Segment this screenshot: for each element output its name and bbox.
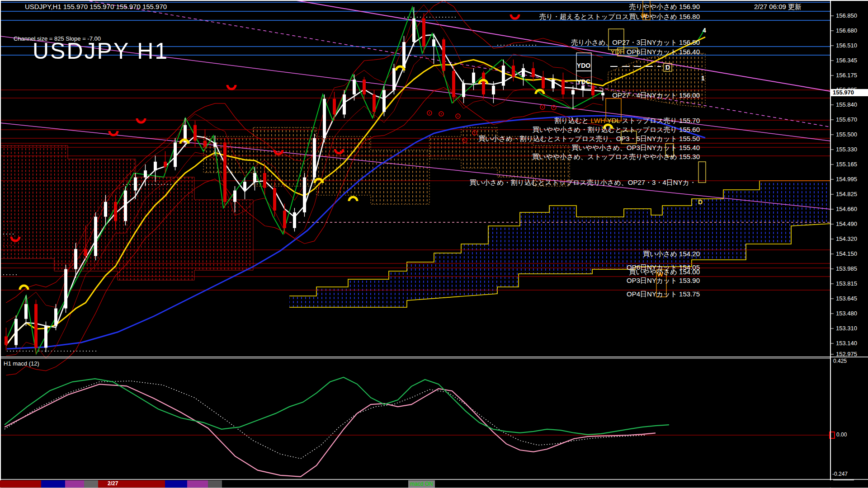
candle-bull	[213, 142, 217, 147]
price-axis-label: 155.165	[836, 161, 857, 168]
macd-axis-max: 0.425	[833, 358, 847, 364]
candle-bear	[422, 19, 425, 47]
level-annotation: 買い小さめ・割り込むとストップロス売り、OP3・5日NYカット 155.50	[478, 135, 700, 142]
candle-bear	[203, 141, 207, 147]
price-axis-label: 154.995	[836, 176, 857, 183]
level-annotation: 売り小さめ、OP27・3日NYカット 156.50	[571, 38, 700, 46]
price-axis-label: 155.840	[836, 101, 857, 108]
level-annotation: 買いやや小さめ、ストップロス売りやや小さめ 155.30	[532, 153, 700, 160]
candle-bull	[14, 319, 18, 345]
candle-bull	[392, 68, 396, 90]
level-annotation: OP3日NYカット 153.90	[627, 277, 700, 284]
candle-bear	[452, 71, 455, 97]
price-axis-label: 155.670	[836, 116, 857, 123]
candle-bull	[382, 90, 386, 112]
level-annotation: 売りやや小さめ 156.90	[629, 3, 700, 10]
level-annotation: 売り・超えるとストップロス買いやや小さめ 156.80	[539, 13, 700, 20]
level-annotation: 買いやや小さめ、OP3日NYカット 155.40	[571, 144, 700, 151]
price-axis-label: 153.815	[836, 280, 857, 287]
candle-bull	[104, 202, 107, 217]
candle-bull	[144, 170, 147, 177]
red-circle-dot	[474, 132, 475, 133]
candle-bear	[373, 94, 376, 112]
candle-bear	[164, 162, 167, 167]
price-axis-label: 153.645	[836, 295, 857, 302]
level-annotation: YDH OP6日NYカット 156.40	[610, 48, 700, 56]
candle-bull	[353, 80, 356, 94]
bottom-bar-segment	[84, 480, 98, 488]
price-axis-label: 155.330	[836, 146, 857, 153]
candle-bull	[432, 39, 435, 46]
candle-bull	[154, 162, 157, 170]
price-axis-label: 152.975	[836, 351, 857, 357]
red-circle-dot	[464, 140, 465, 141]
floating-label: YDC	[577, 78, 590, 85]
bottom-bar-segment	[187, 480, 208, 488]
candle-bull	[253, 173, 256, 182]
macd-axis-min: -0.247	[832, 471, 848, 477]
candle-bear	[283, 211, 286, 228]
candle-bull	[233, 191, 236, 202]
candle-bear	[193, 125, 197, 141]
red-circle-dot	[458, 116, 458, 117]
macd-indicator-label: H1 macd (12)	[4, 360, 39, 367]
candle-bull	[571, 90, 575, 94]
floating-label: 4	[703, 27, 706, 34]
bottom-bar-segment	[0, 480, 41, 488]
candle-bear	[561, 80, 565, 94]
update-time-label: 2/27 06:09 更新	[754, 3, 802, 11]
symbol-header: USDJPY,H1 155.970 155.970 155.970 155.97…	[25, 3, 167, 10]
bottom-bar-segment	[165, 480, 187, 488]
candle-bull	[472, 73, 475, 83]
price-axis-label: 154.150	[836, 250, 857, 257]
mt4-window: YDOYDCWWDD41売りやや小さめ 156.90売り・超えるとストップロス買…	[0, 0, 868, 488]
candle-bull	[54, 309, 57, 326]
macd-toggle-button[interactable]: macd ON	[408, 480, 435, 488]
red-circle-dot	[542, 107, 543, 108]
candle-bear	[114, 202, 117, 221]
floating-label: YDO	[577, 62, 590, 69]
candle-bear	[333, 99, 336, 115]
candle-bull	[24, 304, 28, 319]
candle-bull	[552, 80, 555, 88]
candle-bear	[84, 249, 87, 256]
channel-info-label: Channel size = 825 Slope = -7.00	[14, 35, 101, 42]
floating-label: D	[698, 198, 703, 206]
candle-bear	[591, 86, 594, 95]
candle-bear	[442, 39, 445, 71]
floating-label: D	[665, 64, 670, 71]
candle-bull	[303, 178, 306, 212]
candle-bull	[343, 94, 346, 114]
price-axis-label: 153.985	[836, 265, 857, 272]
price-axis-label: 153.140	[836, 340, 857, 347]
candle-bull	[174, 142, 177, 167]
price-axis-label: 154.490	[836, 221, 857, 227]
candle-bull	[74, 249, 77, 269]
candle-bull	[601, 93, 604, 95]
candle-bull	[124, 191, 127, 221]
red-circle-dot	[553, 107, 554, 108]
price-axis-label: 154.320	[836, 235, 857, 242]
red-circle-dot	[441, 113, 442, 114]
current-price-tag: 155.970	[831, 89, 868, 96]
candle-bear	[34, 304, 38, 348]
candle-bear	[363, 80, 366, 94]
price-axis-label: 156.510	[836, 42, 857, 49]
candle-bull	[243, 182, 246, 190]
candle-bull	[134, 178, 137, 191]
floating-label: 1	[701, 75, 705, 82]
level-annotation: 買い小さめ・割り込むとストップロス売り小さめ、OP27・3・4日NYカ・	[469, 178, 696, 186]
candle-bull	[64, 269, 67, 309]
candle-bull	[293, 212, 296, 228]
candle-bull	[581, 86, 585, 90]
candle-bull	[44, 326, 47, 347]
candle-bull	[502, 66, 505, 85]
candle-bull	[94, 217, 97, 256]
candle-bull	[492, 86, 495, 94]
level-annotation: OP4日NYカット 153.75	[627, 290, 700, 298]
level-annotation: 買い小さめ 154.20	[643, 250, 700, 258]
price-axis-label: 156.680	[836, 27, 857, 34]
chart-canvas[interactable]: YDOYDCWWDD41売りやや小さめ 156.90売り・超えるとストップロス買…	[0, 0, 868, 488]
candle-bull	[412, 19, 415, 42]
bottom-date-label: 2/27	[108, 480, 118, 487]
